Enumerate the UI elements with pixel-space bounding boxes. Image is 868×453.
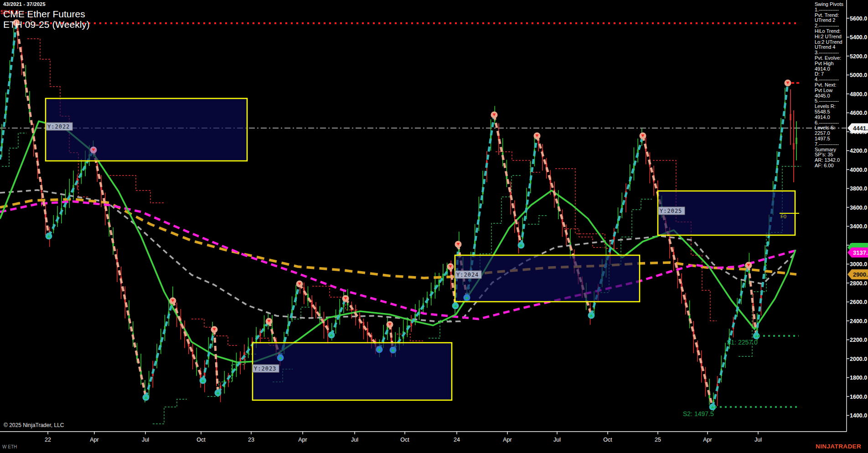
svg-text:4441.5: 4441.5 — [853, 125, 868, 132]
price-tick-label: 5600.0 — [850, 15, 867, 22]
ninjatrader-logo: NINJATRADER — [816, 443, 861, 450]
pivot-panel-line: 5548.5 — [815, 109, 843, 115]
copyright-text: © 2025 NinjaTrader, LLC — [4, 422, 64, 428]
chart-date-range: 43/2021 - 37/2025 — [3, 1, 46, 7]
pivot-panel-line: Pvt. Evolve: — [815, 56, 843, 61]
time-tick-label: Apr — [503, 437, 512, 443]
pivot-panel-line: Pvt High — [815, 61, 843, 67]
year-box-label: Y:2025 — [660, 208, 682, 214]
time-tick-label: 25 — [655, 437, 661, 443]
s1-label: S1: 2257.0 — [727, 339, 758, 346]
pivot-panel-line: 1497.5 — [815, 136, 843, 142]
price-tick-label: 4200.0 — [850, 148, 867, 154]
chart-subtitle: ETH 09-25 (Weekly) — [3, 19, 90, 30]
pivot-panel-line: 4914.0 — [815, 115, 843, 120]
price-tick-label: 4000.0 — [850, 167, 867, 173]
time-tick-label: Oct — [196, 437, 206, 443]
pivot-panel-line: Pvt Low — [815, 88, 843, 93]
price-tick-label: 2200.0 — [850, 337, 867, 343]
chart-title: CME Ether Futures — [3, 9, 85, 20]
price-tick-label: 2800.0 — [850, 280, 867, 287]
price-tick-label: 1400.0 — [850, 412, 867, 419]
price-tick-label: 2000.0 — [850, 356, 867, 362]
price-tick-label: 3400.0 — [850, 223, 867, 230]
price-tick-label: 2600.0 — [850, 299, 867, 305]
price-tick-label: 4600.0 — [850, 110, 867, 116]
time-tick-label: Apr — [90, 437, 98, 443]
time-tick-label: 22 — [45, 437, 51, 443]
time-tick-label: Jul — [553, 437, 561, 443]
svg-text:2900.0: 2900.0 — [853, 271, 868, 278]
time-tick-label: 24 — [454, 437, 460, 443]
instrument-label: W ETH — [2, 444, 17, 449]
year-box-label: Y:2024 — [456, 272, 479, 278]
price-tick-label: 5200.0 — [850, 53, 867, 60]
f0-label: F0 — [780, 214, 786, 219]
price-tick-label: 3000.0 — [850, 261, 867, 268]
price-tick-label: 2400.0 — [850, 318, 867, 324]
price-chart-canvas[interactable]: Y:2022Y:2023Y:2024Y:2025S1: 2257.0S2: 14… — [0, 0, 868, 453]
pivot-panel-line: Hi:2 UTrend — [815, 34, 843, 40]
year-box-label: Y:2022 — [47, 124, 70, 130]
year-box-label: Y:2023 — [254, 365, 276, 372]
pivot-panel-line: 1.------------ — [815, 7, 843, 13]
price-tick-label: 5400.0 — [850, 34, 867, 41]
time-tick-label: 23 — [248, 437, 254, 443]
svg-text:3137.9: 3137.9 — [853, 249, 868, 256]
time-tick-label: Oct — [400, 437, 409, 443]
time-tick-label: Oct — [603, 437, 612, 443]
price-tick-label: 1800.0 — [850, 375, 867, 381]
time-tick-label: Apr — [703, 437, 712, 443]
time-tick-label: Apr — [298, 437, 307, 443]
price-tick-label: 3800.0 — [850, 185, 867, 192]
time-tick-label: Jul — [754, 437, 762, 443]
price-tick-label: 1600.0 — [850, 394, 867, 400]
pivot-panel-line: HiLo Trend: — [815, 29, 843, 34]
swing-pivots-panel: Swing Pivots1.------------Pvt. Trend:UTr… — [815, 2, 843, 169]
s2-label: S2: 1497.5 — [683, 410, 714, 417]
pivot-panel-line: Pvt. Next: — [815, 82, 843, 88]
time-tick-label: Jul — [351, 437, 358, 443]
pivot-panel-line: 7.------------ — [815, 142, 843, 147]
chart-window: Y:2022Y:2023Y:2024Y:2025S1: 2257.0S2: 14… — [0, 0, 868, 453]
price-tick-label: 5000.0 — [850, 72, 867, 78]
price-tick-label: 4800.0 — [850, 91, 867, 98]
price-tick-label: 3600.0 — [850, 205, 867, 211]
pivot-panel-line: AF: 6.00 — [815, 163, 843, 169]
time-tick-label: Jul — [142, 437, 149, 443]
